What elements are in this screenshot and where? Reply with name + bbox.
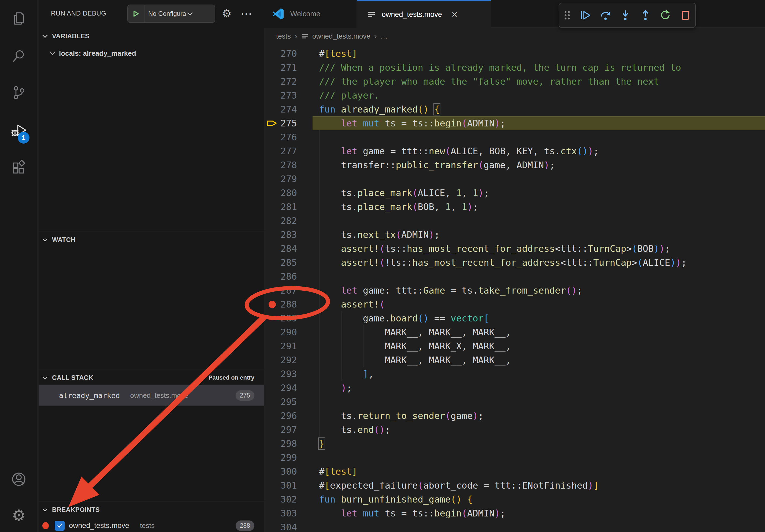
source-control-icon[interactable] [11, 85, 26, 100]
line-number[interactable]: 287 [276, 283, 297, 297]
line-number[interactable]: 285 [276, 256, 297, 269]
code-line-292[interactable]: 292 MARK__, MARK__, MARK__, [264, 353, 765, 367]
debug-config-dropdown[interactable]: No Configura [127, 5, 215, 23]
step-into-button[interactable] [619, 9, 632, 22]
code-line-303[interactable]: 303 let mut ts = ts::begin(ADMIN); [264, 506, 765, 520]
code-line-297[interactable]: 297 ts.end(); [264, 423, 765, 437]
line-number[interactable]: 271 [276, 61, 297, 75]
stop-button[interactable] [679, 9, 692, 22]
call-stack-frame-row[interactable]: already_marked owned_tests.move 275 [39, 385, 264, 405]
line-number[interactable]: 298 [276, 437, 297, 450]
variables-section-header[interactable]: VARIABLES [39, 28, 264, 44]
code-line-304[interactable]: 304 [264, 520, 765, 532]
code-line-293[interactable]: 293 ], [264, 367, 765, 381]
debug-settings-gear-icon[interactable]: ⚙ [219, 0, 235, 27]
line-number[interactable]: 293 [276, 367, 297, 381]
search-icon[interactable] [11, 49, 26, 64]
tab-welcome[interactable]: Welcome [264, 0, 357, 28]
line-number[interactable]: 272 [276, 75, 297, 89]
line-number[interactable]: 282 [276, 214, 297, 228]
line-number[interactable]: 291 [276, 339, 297, 353]
code-line-273[interactable]: 273/// player. [264, 89, 765, 102]
breakpoint-checkbox[interactable] [55, 521, 65, 531]
line-number[interactable]: 292 [276, 353, 297, 367]
line-number[interactable]: 296 [276, 409, 297, 423]
line-number[interactable]: 286 [276, 269, 297, 283]
line-number[interactable]: 275 [276, 116, 297, 130]
code-line-295[interactable]: 295 [264, 395, 765, 409]
tab-owned-tests-move[interactable]: owned_tests.move ✕ [357, 0, 491, 28]
code-line-275[interactable]: 275 let mut ts = ts::begin(ADMIN); [264, 116, 765, 130]
code-line-279[interactable]: 279 [264, 172, 765, 186]
line-number[interactable]: 277 [276, 144, 297, 158]
line-number[interactable]: 304 [276, 520, 297, 532]
line-number[interactable]: 280 [276, 186, 297, 200]
code-line-286[interactable]: 286 [264, 269, 765, 283]
code-line-301[interactable]: 301#[expected_failure(abort_code = ttt::… [264, 478, 765, 492]
close-icon[interactable]: ✕ [451, 10, 458, 19]
step-over-button[interactable] [599, 9, 612, 22]
code-line-274[interactable]: 274fun already_marked() { [264, 102, 765, 116]
extensions-icon[interactable] [11, 160, 26, 175]
views-more-icon[interactable]: ⋯ [239, 0, 255, 27]
code-line-285[interactable]: 285 assert!(!ts::has_most_recent_for_add… [264, 256, 765, 269]
code-line-296[interactable]: 296 ts.return_to_sender(game); [264, 409, 765, 423]
code-line-287[interactable]: 287 let game: ttt::Game = ts.take_from_s… [264, 283, 765, 297]
restart-button[interactable] [659, 9, 672, 22]
code-line-270[interactable]: 270#[test] [264, 47, 765, 61]
line-number[interactable]: 294 [276, 381, 297, 395]
code-line-288[interactable]: 288 assert!( [264, 297, 765, 311]
code-line-281[interactable]: 281 ts.place_mark(BOB, 1, 1); [264, 200, 765, 214]
code-editor[interactable]: 270#[test]271/// When a position is alre… [264, 45, 765, 532]
line-number[interactable]: 270 [276, 47, 297, 61]
breadcrumb-folder[interactable]: tests [276, 32, 291, 40]
code-line-278[interactable]: 278 transfer::public_transfer(game, ADMI… [264, 158, 765, 172]
line-number[interactable]: 278 [276, 158, 297, 172]
line-number[interactable]: 284 [276, 242, 297, 256]
files-icon[interactable] [11, 11, 26, 26]
line-number[interactable]: 297 [276, 423, 297, 437]
line-number[interactable]: 281 [276, 200, 297, 214]
breadcrumb-symbol[interactable]: … [381, 32, 387, 40]
breadcrumb-file[interactable]: owned_tests.move [312, 32, 371, 40]
line-number[interactable]: 288 [276, 297, 297, 311]
code-line-284[interactable]: 284 assert!(ts::has_most_recent_for_addr… [264, 242, 765, 256]
code-line-300[interactable]: 300#[test] [264, 464, 765, 478]
watch-section-header[interactable]: WATCH [39, 232, 264, 247]
variables-scope-row[interactable]: locals: already_marked [39, 45, 264, 62]
start-debug-icon[interactable] [128, 5, 145, 22]
line-number[interactable]: 273 [276, 89, 297, 102]
line-number[interactable]: 303 [276, 506, 297, 520]
code-line-290[interactable]: 290 MARK__, MARK__, MARK__, [264, 325, 765, 339]
line-number[interactable]: 289 [276, 311, 297, 325]
code-line-302[interactable]: 302fun burn_unfinished_game() { [264, 492, 765, 506]
line-number[interactable]: 302 [276, 492, 297, 506]
line-number[interactable]: 299 [276, 450, 297, 464]
code-line-282[interactable]: 282 [264, 214, 765, 228]
line-number[interactable]: 276 [276, 130, 297, 144]
code-line-289[interactable]: 289 game.board() == vector[ [264, 311, 765, 325]
code-line-276[interactable]: 276 [264, 130, 765, 144]
code-line-299[interactable]: 299 [264, 450, 765, 464]
step-out-button[interactable] [639, 9, 652, 22]
code-line-272[interactable]: 272/// the player who made the "false" m… [264, 75, 765, 89]
continue-button[interactable] [579, 9, 592, 22]
breakpoint-list-item[interactable]: owned_tests.move tests 288 [39, 518, 264, 532]
code-line-291[interactable]: 291 MARK__, MARK_X, MARK__, [264, 339, 765, 353]
line-number[interactable]: 279 [276, 172, 297, 186]
breakpoints-section-header[interactable]: BREAKPOINTS [39, 502, 264, 518]
line-number[interactable]: 274 [276, 102, 297, 116]
line-number[interactable]: 300 [276, 464, 297, 478]
line-number[interactable]: 295 [276, 395, 297, 409]
settings-gear-icon[interactable]: ⚙ [12, 506, 26, 524]
code-line-283[interactable]: 283 ts.next_tx(ADMIN); [264, 228, 765, 242]
code-line-298[interactable]: 298} [264, 437, 765, 450]
code-line-277[interactable]: 277 let game = ttt::new(ALICE, BOB, KEY,… [264, 144, 765, 158]
line-number[interactable]: 301 [276, 478, 297, 492]
line-number[interactable]: 283 [276, 228, 297, 242]
line-number[interactable]: 290 [276, 325, 297, 339]
account-icon[interactable] [11, 471, 27, 487]
drag-handle-icon[interactable] [563, 9, 572, 22]
code-line-271[interactable]: 271/// When a position is already marked… [264, 61, 765, 75]
code-line-294[interactable]: 294 ); [264, 381, 765, 395]
